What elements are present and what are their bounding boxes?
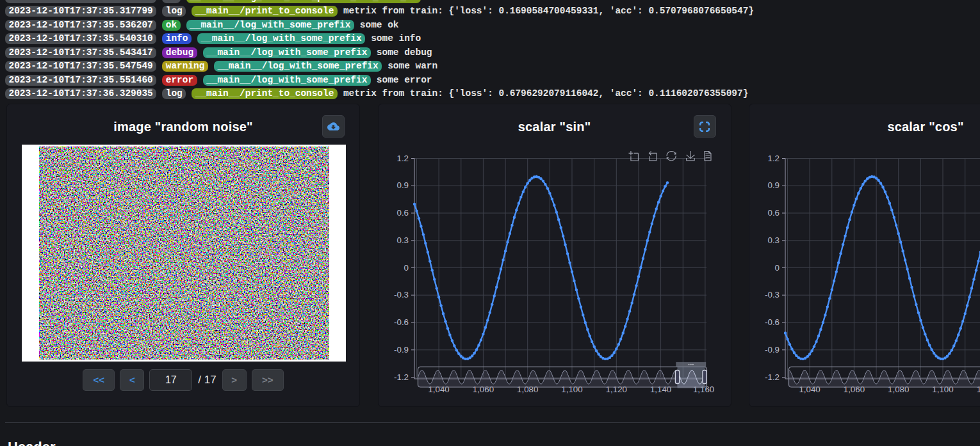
svg-text:-0.6: -0.6 xyxy=(765,317,780,327)
svg-text:-0.6: -0.6 xyxy=(394,317,409,327)
svg-text:0.9: 0.9 xyxy=(396,180,409,190)
svg-text:-1.2: -1.2 xyxy=(394,372,409,381)
svg-text:-1.2: -1.2 xyxy=(765,372,780,381)
svg-text:1.2: 1.2 xyxy=(396,153,409,163)
svg-text:-0.9: -0.9 xyxy=(394,344,409,354)
svg-text:-0.9: -0.9 xyxy=(765,344,780,354)
svg-text:0: 0 xyxy=(775,262,780,272)
svg-text:0.6: 0.6 xyxy=(396,208,409,218)
svg-text:-0.3: -0.3 xyxy=(765,290,780,299)
svg-text:1.2: 1.2 xyxy=(768,153,780,163)
svg-text:0.3: 0.3 xyxy=(768,235,780,244)
svg-text:0.3: 0.3 xyxy=(396,235,409,244)
svg-text:0.9: 0.9 xyxy=(768,180,780,190)
svg-text:-0.3: -0.3 xyxy=(394,290,409,299)
svg-text:0: 0 xyxy=(404,262,408,272)
svg-text:0.6: 0.6 xyxy=(768,208,780,218)
